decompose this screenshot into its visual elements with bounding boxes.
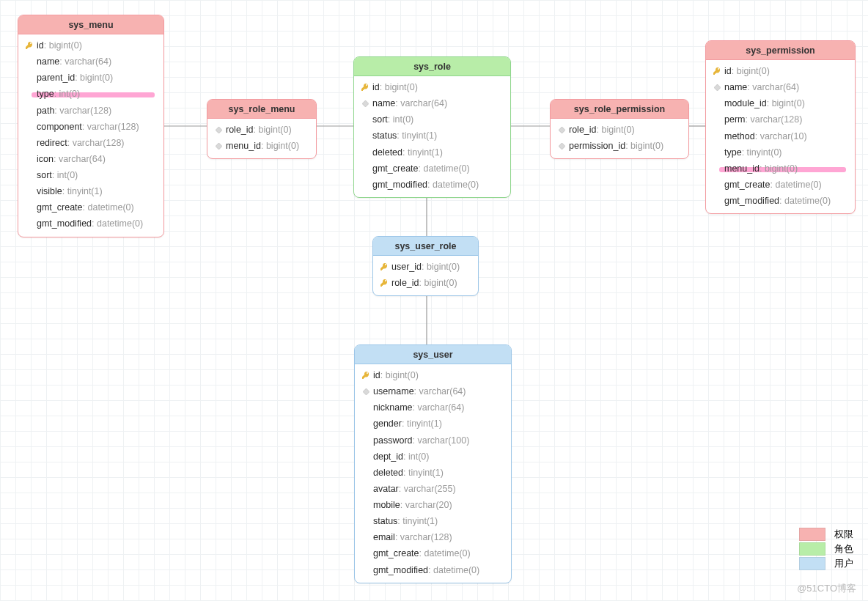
blank-icon bbox=[361, 565, 371, 575]
field-row: role_id: bigint(0) bbox=[378, 275, 474, 291]
field-type: : bigint(0) bbox=[732, 64, 770, 78]
field-row: deleted: tinyint(1) bbox=[358, 144, 506, 161]
field-name: email bbox=[373, 531, 395, 544]
field-name: menu_id bbox=[226, 139, 261, 152]
entity-body: id: bigint(0)name: varchar(64)module_id:… bbox=[706, 60, 855, 213]
field-type: : datetime(0) bbox=[92, 217, 143, 230]
field-row: menu_id: bigint(0) bbox=[212, 138, 312, 154]
field-row: mobile: varchar(20) bbox=[359, 497, 507, 513]
key-icon bbox=[361, 370, 371, 380]
field-type: : tinyint(1) bbox=[397, 129, 437, 142]
field-type: : varchar(128) bbox=[54, 104, 111, 117]
key-icon bbox=[360, 82, 370, 92]
field-row: gender: tinyint(1) bbox=[359, 416, 507, 432]
entity-body: id: bigint(0)name: varchar(64)parent_id:… bbox=[18, 34, 163, 237]
field-name: gmt_modified bbox=[373, 564, 428, 577]
field-name: status bbox=[372, 129, 397, 142]
svg-rect-10 bbox=[559, 143, 565, 150]
field-row: role_id: bigint(0) bbox=[212, 122, 312, 138]
field-row: name: varchar(64) bbox=[23, 54, 159, 70]
field-row: gmt_modified: datetime(0) bbox=[23, 215, 159, 232]
field-name: status bbox=[373, 515, 397, 528]
blank-icon bbox=[712, 180, 722, 190]
field-row: dept_id: int(0) bbox=[359, 449, 507, 465]
field-name: type bbox=[724, 146, 742, 159]
entity-sys_role_menu[interactable]: sys_role_menurole_id: bigint(0)menu_id: … bbox=[207, 99, 317, 159]
diamond-icon bbox=[213, 141, 224, 151]
field-name: nickname bbox=[373, 401, 413, 414]
field-name: role_id bbox=[569, 123, 597, 136]
field-row: gmt_modified: datetime(0) bbox=[358, 177, 506, 193]
field-name: gmt_modified bbox=[37, 217, 92, 230]
blank-icon bbox=[712, 147, 722, 158]
field-row: user_id: bigint(0) bbox=[378, 259, 474, 275]
legend-label: 角色 bbox=[834, 542, 853, 556]
diamond-icon bbox=[556, 125, 567, 135]
field-row: parent_id: bigint(0) bbox=[23, 70, 159, 86]
field-row: nickname: varchar(64) bbox=[359, 399, 507, 416]
field-type: : varchar(100) bbox=[413, 434, 470, 447]
field-type: : bigint(0) bbox=[75, 71, 113, 84]
field-row: email: varchar(128) bbox=[359, 529, 507, 545]
field-type: : bigint(0) bbox=[422, 260, 460, 273]
entity-title: sys_role_permission bbox=[551, 100, 688, 119]
field-row: menu_id: bigint(0) bbox=[710, 161, 850, 177]
field-type: : datetime(0) bbox=[428, 564, 479, 577]
field-name: perm bbox=[724, 113, 745, 126]
entity-sys_user[interactable]: sys_userid: bigint(0)username: varchar(6… bbox=[354, 344, 512, 583]
field-type: : int(0) bbox=[403, 450, 429, 463]
field-row: path: varchar(128) bbox=[23, 103, 159, 119]
field-row: role_id: bigint(0) bbox=[555, 122, 684, 138]
entity-sys_menu[interactable]: sys_menuid: bigint(0)name: varchar(64)pa… bbox=[18, 15, 164, 237]
field-type: : tinyint(1) bbox=[397, 515, 438, 528]
field-name: name bbox=[37, 55, 59, 68]
field-row: redirect: varchar(128) bbox=[23, 135, 159, 151]
blank-icon bbox=[24, 202, 34, 213]
legend: 权限角色用户 bbox=[799, 526, 853, 572]
field-type: : bigint(0) bbox=[767, 97, 805, 110]
field-type: : varchar(20) bbox=[400, 498, 452, 512]
entity-body: role_id: bigint(0)menu_id: bigint(0) bbox=[207, 119, 316, 158]
watermark: @51CTO博客 bbox=[797, 582, 856, 595]
field-row: gmt_create: datetime(0) bbox=[358, 161, 506, 177]
field-type: : bigint(0) bbox=[597, 123, 635, 136]
field-type: : int(0) bbox=[54, 87, 80, 100]
field-type: : varchar(64) bbox=[395, 97, 447, 110]
field-row: id: bigint(0) bbox=[710, 63, 850, 79]
legend-swatch bbox=[799, 542, 825, 556]
blank-icon bbox=[361, 435, 371, 446]
entity-sys_role_permission[interactable]: sys_role_permissionrole_id: bigint(0)per… bbox=[550, 99, 689, 159]
entity-title: sys_role_menu bbox=[207, 100, 316, 119]
blank-icon bbox=[712, 114, 722, 125]
field-type: : bigint(0) bbox=[760, 162, 798, 175]
field-name: gmt_create bbox=[373, 547, 419, 560]
field-name: menu_id bbox=[724, 162, 760, 175]
field-type: : tinyint(0) bbox=[742, 146, 782, 159]
blank-icon bbox=[360, 163, 370, 174]
blank-icon bbox=[24, 186, 34, 196]
diamond-icon bbox=[361, 386, 371, 397]
field-type: : varchar(64) bbox=[59, 55, 111, 68]
blank-icon bbox=[24, 218, 34, 229]
field-row: id: bigint(0) bbox=[359, 367, 507, 383]
entity-sys_permission[interactable]: sys_permissionid: bigint(0)name: varchar… bbox=[705, 40, 856, 214]
field-name: name bbox=[372, 97, 395, 110]
entity-body: id: bigint(0)username: varchar(64)nickna… bbox=[355, 364, 511, 583]
blank-icon bbox=[24, 138, 34, 148]
entity-title: sys_permission bbox=[706, 41, 855, 60]
blank-icon bbox=[24, 89, 34, 99]
field-name: id bbox=[724, 64, 732, 78]
field-row: icon: varchar(64) bbox=[23, 151, 159, 167]
entity-sys_user_role[interactable]: sys_user_roleuser_id: bigint(0)role_id: … bbox=[372, 236, 479, 296]
field-name: method bbox=[724, 130, 755, 143]
field-name: deleted bbox=[373, 466, 403, 479]
entity-title: sys_role bbox=[354, 57, 510, 76]
field-row: status: tinyint(1) bbox=[359, 513, 507, 529]
legend-label: 用户 bbox=[834, 557, 853, 570]
field-row: id: bigint(0) bbox=[358, 79, 506, 95]
field-name: gmt_create bbox=[372, 162, 419, 175]
entity-sys_role[interactable]: sys_roleid: bigint(0)name: varchar(64)so… bbox=[353, 56, 511, 198]
entity-body: role_id: bigint(0)permission_id: bigint(… bbox=[551, 119, 688, 158]
field-name: user_id bbox=[391, 260, 422, 273]
field-row: module_id: bigint(0) bbox=[710, 95, 850, 111]
